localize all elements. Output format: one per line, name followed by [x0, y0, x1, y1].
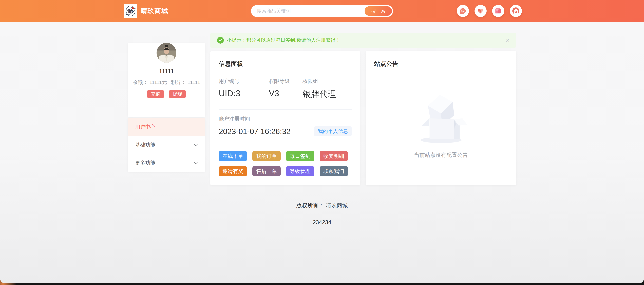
search-bar: 搜 索 [251, 5, 393, 17]
brand-logo[interactable]: 晴 [124, 4, 138, 18]
action-level-manage[interactable]: 等级管理 [286, 166, 314, 176]
info-fields: 用户编号UID:3权限等级V3权限组银牌代理 [219, 78, 352, 100]
field-label: 权限等级 [269, 78, 302, 85]
app-window: 晴 晴玖商城 搜 索 [0, 0, 644, 283]
logo-emblem-icon: 晴 [125, 5, 136, 17]
sidebar-menu: 用户中心基础功能更多功能 [128, 118, 205, 172]
action-daily-signin[interactable]: 每日签到 [286, 151, 314, 161]
footer-extra-text: 234234 [0, 219, 644, 225]
header-icons [457, 5, 522, 17]
info-field-level: 权限等级V3 [269, 78, 302, 100]
action-online-order[interactable]: 在线下单 [219, 151, 247, 161]
message-icon[interactable] [492, 5, 504, 17]
my-profile-button[interactable]: 我的个人信息 [314, 126, 352, 136]
panels-row: 信息面板 用户编号UID:3权限等级V3权限组银牌代理 账户注册时间 2023-… [210, 51, 516, 185]
info-field-group: 权限组银牌代理 [302, 78, 336, 100]
copyright-text: 版权所有： 晴玖商城 [0, 202, 644, 209]
field-value: V3 [269, 89, 302, 98]
register-time-label: 账户注册时间 [219, 115, 352, 122]
sidebar-item-label: 基础功能 [135, 141, 155, 148]
tip-alert-text: 小提示：积分可以通过每日签到,邀请他人注册获得！ [227, 37, 340, 44]
sidebar-item-more-functions[interactable]: 更多功能 [128, 154, 205, 172]
field-value: UID:3 [219, 89, 269, 98]
info-field-uid: 用户编号UID:3 [219, 78, 269, 100]
action-aftersale[interactable]: 售后工单 [252, 166, 281, 176]
register-time-row: 2023-01-07 16:26:32 我的个人信息 [219, 126, 352, 136]
withdraw-button[interactable]: 提现 [169, 90, 186, 98]
recharge-button[interactable]: 充值 [147, 90, 164, 98]
info-panel-title: 信息面板 [219, 60, 352, 68]
tip-alert: 小提示：积分可以通过每日签到,邀请他人注册获得！ × [210, 33, 516, 48]
empty-state: 当前站点没有配置公告 [374, 68, 508, 159]
notice-panel-title: 站点公告 [374, 60, 508, 68]
field-label: 权限组 [302, 78, 336, 85]
close-icon[interactable]: × [506, 37, 510, 43]
wallet-buttons: 充值 提现 [128, 90, 205, 98]
sidebar-item-basic-functions[interactable]: 基础功能 [128, 136, 205, 154]
avatar [156, 43, 176, 63]
empty-text: 当前站点没有配置公告 [414, 151, 468, 159]
divider [219, 109, 352, 110]
sidebar-item-label: 用户中心 [135, 124, 155, 130]
chevron-down-icon [194, 162, 198, 164]
username: 11111 [128, 68, 205, 75]
smile-icon[interactable] [457, 5, 469, 17]
search-button[interactable]: 搜 索 [365, 6, 392, 16]
chevron-down-icon [194, 144, 198, 146]
desktop-background: 晴 晴玖商城 搜 索 [0, 0, 644, 285]
footer: 版权所有： 晴玖商城 234234 [0, 202, 644, 225]
svg-text:晴: 晴 [128, 8, 133, 14]
register-time-value: 2023-01-07 16:26:32 [219, 127, 290, 136]
sidebar: 11111 余额： 11111元 | 积分： 11111 充值 提现 用户中心基… [128, 33, 205, 185]
field-label: 用户编号 [219, 78, 269, 85]
action-my-orders[interactable]: 我的订单 [252, 151, 281, 161]
brand-title: 晴玖商城 [141, 7, 168, 15]
profile-card: 11111 余额： 11111元 | 积分： 11111 充值 提现 [128, 43, 205, 117]
quick-actions-grid: 在线下单我的订单每日签到收支明细邀请有奖售后工单等级管理联系我们 [219, 151, 352, 176]
sidebar-item-label: 更多功能 [135, 159, 155, 166]
user-icon[interactable] [510, 5, 522, 17]
search-input[interactable] [257, 5, 358, 17]
content-column: 小提示：积分可以通过每日签到,邀请他人注册获得！ × 信息面板 用户编号UID:… [210, 33, 516, 185]
sidebar-item-user-center[interactable]: 用户中心 [128, 118, 205, 136]
header: 晴 晴玖商城 搜 索 [0, 0, 644, 22]
field-value: 银牌代理 [302, 89, 336, 100]
info-panel: 信息面板 用户编号UID:3权限等级V3权限组银牌代理 账户注册时间 2023-… [210, 51, 360, 185]
notice-panel: 站点公告 [366, 51, 516, 185]
main-layout: 11111 余额： 11111元 | 积分： 11111 充值 提现 用户中心基… [128, 33, 516, 185]
heart-icon[interactable] [474, 5, 486, 17]
action-transactions[interactable]: 收支明细 [320, 151, 348, 161]
action-invite-reward[interactable]: 邀请有奖 [219, 166, 247, 176]
brand: 晴 晴玖商城 [124, 4, 168, 18]
empty-box-icon [414, 90, 468, 146]
balance-line: 余额： 11111元 | 积分： 11111 [128, 79, 205, 86]
action-contact-us[interactable]: 联系我们 [320, 166, 348, 176]
success-check-icon [217, 37, 224, 44]
